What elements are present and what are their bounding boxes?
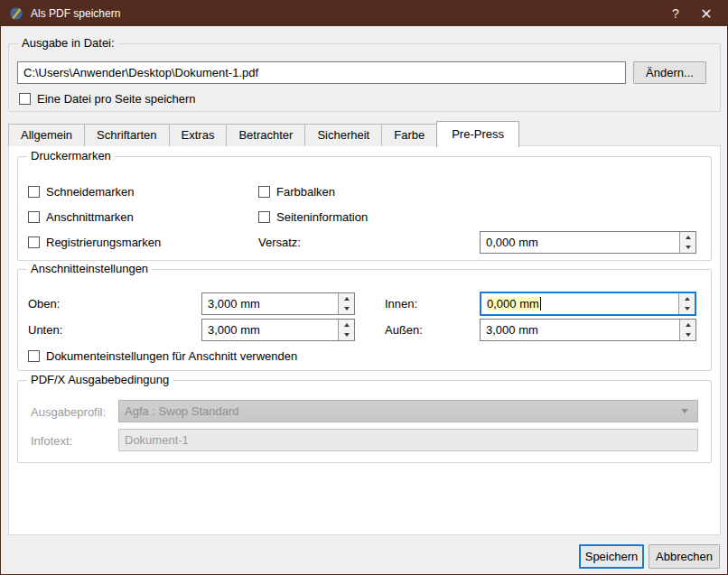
settings-tabbar: Allgemein Schriftarten Extras Betrachter…: [8, 121, 518, 146]
tab-schriftarten[interactable]: Schriftarten: [84, 124, 169, 146]
bleed-bottom-value: 3,000 mm: [202, 320, 338, 340]
output-profile-label: Ausgabeprofil:: [31, 405, 106, 419]
scribus-app-icon: [9, 6, 23, 21]
color-bars-checkbox[interactable]: Farbbalken: [258, 185, 335, 199]
info-string-value: Dokument-1: [125, 433, 189, 447]
checkbox-box[interactable]: [28, 350, 40, 362]
bleed-inside-value: 0,000 mm: [481, 293, 678, 314]
checkbox-box[interactable]: [258, 186, 270, 198]
bleed-outside-spinbox[interactable]: 3,000 mm: [480, 319, 696, 341]
output-profile-value: Agfa : Swop Standard: [125, 404, 238, 418]
checkbox-box[interactable]: [28, 186, 40, 198]
save-as-pdf-dialog: Als PDF speichern ? ✕ Ausgabe in Datei: …: [0, 0, 728, 575]
output-profile-combobox: Agfa : Swop Standard: [118, 400, 698, 422]
bleed-inside-spinbox[interactable]: 0,000 mm: [480, 292, 696, 316]
bleed-bottom-spinbox[interactable]: 3,000 mm: [201, 319, 355, 341]
spin-down-icon[interactable]: [339, 304, 354, 315]
title-bar: Als PDF speichern ? ✕: [1, 1, 727, 26]
use-doc-bleed-checkbox[interactable]: Dokumenteinstellungen für Anschnitt verw…: [28, 349, 297, 363]
crop-marks-label: Schneidemarken: [46, 185, 135, 199]
cancel-button-label: Abbrechen: [656, 550, 713, 563]
output-path-input[interactable]: C:\Users\Anwender\Desktop\Dokument-1.pdf: [17, 61, 626, 84]
spinner-buttons[interactable]: [338, 320, 354, 340]
bleed-top-value: 3,000 mm: [202, 293, 338, 314]
tab-betrachter[interactable]: Betrachter: [226, 124, 305, 146]
registration-marks-label: Registrierungsmarken: [46, 236, 161, 249]
spin-down-icon[interactable]: [680, 243, 695, 254]
checkbox-box[interactable]: [258, 211, 270, 223]
spinner-buttons[interactable]: [679, 232, 695, 253]
crop-marks-checkbox[interactable]: Schneidemarken: [28, 185, 135, 199]
bleed-outside-value: 3,000 mm: [481, 320, 679, 340]
bleed-settings-title: Anschnitteinstellungen: [27, 262, 152, 276]
bleed-top-spinbox[interactable]: 3,000 mm: [201, 292, 355, 315]
page-information-checkbox[interactable]: Seiteninformation: [258, 210, 368, 224]
close-icon[interactable]: ✕: [691, 1, 722, 26]
cancel-button[interactable]: Abbrechen: [649, 544, 720, 569]
selected-text: 0,000 mm: [487, 297, 539, 311]
save-button[interactable]: Speichern: [579, 544, 644, 569]
chevron-down-icon: [681, 409, 688, 413]
bleed-marks-checkbox[interactable]: Anschnittmarken: [28, 210, 134, 224]
checkbox-box[interactable]: [19, 93, 31, 105]
offset-value: 0,000 mm: [481, 232, 679, 253]
text-caret: [540, 297, 541, 311]
spinner-buttons[interactable]: [679, 320, 695, 340]
spin-up-icon[interactable]: [339, 320, 354, 330]
save-button-label: Speichern: [585, 550, 639, 563]
output-path-value: C:\Users\Anwender\Desktop\Dokument-1.pdf: [23, 66, 258, 79]
printer-marks-title: Druckermarken: [27, 149, 115, 163]
checkbox-box[interactable]: [28, 211, 40, 223]
spinner-buttons[interactable]: [678, 293, 695, 314]
tab-allgemein[interactable]: Allgemein: [8, 124, 85, 146]
spin-up-icon[interactable]: [339, 293, 354, 304]
bleed-top-label: Oben:: [28, 297, 60, 311]
bleed-inside-label: Innen:: [385, 297, 417, 311]
pdfx-group-title: PDF/X Ausgabebedingung: [27, 373, 173, 387]
one-file-per-page-label: Eine Datei pro Seite speichern: [37, 92, 196, 106]
window-title: Als PDF speichern: [31, 7, 120, 20]
change-path-label: Ändern...: [646, 66, 694, 79]
offset-label: Versatz:: [258, 236, 301, 249]
spin-up-icon[interactable]: [680, 232, 695, 243]
registration-marks-checkbox[interactable]: Registrierungsmarken: [28, 236, 161, 249]
info-string-field: Dokument-1: [118, 429, 698, 451]
spin-up-icon[interactable]: [679, 293, 695, 304]
spin-down-icon[interactable]: [680, 330, 695, 341]
output-group-title: Ausgabe in Datei:: [18, 36, 118, 51]
bleed-marks-label: Anschnittmarken: [46, 210, 134, 224]
page-information-label: Seiteninformation: [276, 210, 368, 224]
color-bars-label: Farbbalken: [276, 185, 335, 199]
checkbox-box[interactable]: [28, 236, 40, 248]
spin-down-icon[interactable]: [679, 304, 695, 315]
spin-up-icon[interactable]: [680, 320, 695, 330]
info-string-label: Infotext:: [31, 434, 72, 448]
tab-sicherheit[interactable]: Sicherheit: [304, 124, 382, 146]
tab-extras[interactable]: Extras: [169, 124, 228, 146]
spin-down-icon[interactable]: [339, 330, 354, 341]
spinner-buttons[interactable]: [338, 293, 354, 314]
use-doc-bleed-label: Dokumenteinstellungen für Anschnitt verw…: [46, 349, 297, 363]
tab-pre-press[interactable]: Pre-Press: [436, 121, 519, 147]
tab-farbe[interactable]: Farbe: [381, 124, 437, 146]
offset-spinbox[interactable]: 0,000 mm: [480, 231, 696, 254]
bleed-outside-label: Außen:: [385, 323, 423, 337]
change-path-button[interactable]: Ändern...: [633, 61, 706, 84]
help-button[interactable]: ?: [660, 1, 691, 26]
one-file-per-page-checkbox[interactable]: Eine Datei pro Seite speichern: [19, 92, 196, 106]
bleed-bottom-label: Unten:: [28, 323, 62, 337]
